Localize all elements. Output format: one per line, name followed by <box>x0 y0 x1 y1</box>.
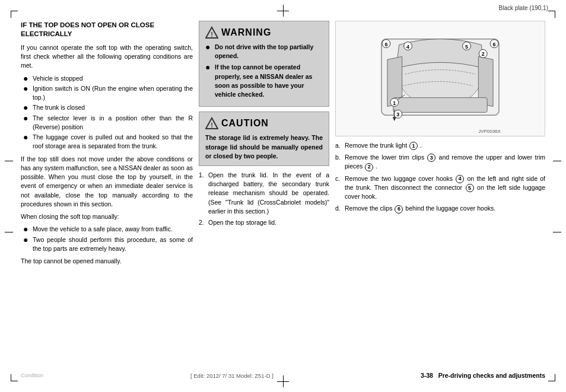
step-text: Remove the lower trim clips 3 and remove… <box>345 153 545 171</box>
diagram-svg: 1 2 3 4 5 6 6 <box>336 21 545 136</box>
step-letter: b. <box>335 153 345 162</box>
warning-header: ! WARNING <box>205 26 323 39</box>
bullet-icon: ● <box>23 103 31 112</box>
step-item-c: c. Remove the two luggage cover hooks 4 … <box>335 174 545 202</box>
page-header: Black plate (190,1) <box>499 5 548 11</box>
svg-text:JVP0036X: JVP0036X <box>478 129 501 134</box>
bullet-icon: ● <box>23 84 31 93</box>
svg-text:6: 6 <box>384 42 387 47</box>
numbered-list: 1. Open the trunk lid. In the event of a… <box>199 171 329 230</box>
bullet-icon: ● <box>205 63 214 72</box>
step-text: Remove the trunk light 1 . <box>345 141 422 150</box>
svg-text:!: ! <box>211 31 213 38</box>
item-number: 1. <box>199 171 208 180</box>
warning-box: ! WARNING ● Do not drive with the top pa… <box>199 21 329 107</box>
caution-title: CAUTION <box>221 118 269 129</box>
bullet-list: ● Vehicle is stopped ● Ignition switch i… <box>23 74 193 151</box>
bullet-icon: ● <box>23 225 31 234</box>
list-item: ● The trunk is closed <box>23 103 193 112</box>
warning-icon: ! <box>205 26 218 39</box>
list-item: ● The selector lever is in a position ot… <box>23 114 193 132</box>
right-column: 1 2 3 4 5 6 6 <box>335 21 545 367</box>
caution-box: ! CAUTION The storage lid is extremely h… <box>199 111 329 166</box>
step-item-a: a. Remove the trunk light 1 . <box>335 141 545 150</box>
caution-header: ! CAUTION <box>205 117 323 130</box>
circle-num-5: 5 <box>466 184 474 192</box>
svg-marker-23 <box>393 117 396 121</box>
step-item-b: b. Remove the lower trim clips 3 and rem… <box>335 153 545 171</box>
side-mark-left-bottom <box>5 232 13 233</box>
manual-close-heading: When closing the soft top manually: <box>21 212 193 221</box>
footer-condition: Condition <box>21 372 43 378</box>
list-item: ● Move the vehicle to a safe place, away… <box>23 225 193 234</box>
circle-num-1: 1 <box>409 142 418 150</box>
step-letter: d. <box>335 204 345 213</box>
warning-title: WARNING <box>221 27 271 38</box>
svg-text:2: 2 <box>482 51 485 57</box>
svg-rect-6 <box>393 98 487 113</box>
list-item: 1. Open the trunk lid. In the event of a… <box>199 171 329 216</box>
middle-column: ! WARNING ● Do not drive with the top pa… <box>199 21 329 367</box>
list-item: ● Two people should perform this procedu… <box>23 235 193 253</box>
side-mark-right-bottom <box>553 232 561 233</box>
step-letter: c. <box>335 174 345 183</box>
list-item: ● Vehicle is stopped <box>23 74 193 83</box>
footer-edit: [ Edit: 2012/ 7/ 31 Model: Z51-D ] <box>190 372 274 379</box>
bullet-icon: ● <box>23 74 31 83</box>
list-item: ● Ignition switch is ON (Run the engine … <box>23 84 193 102</box>
paragraph1: If the top still does not move under the… <box>21 155 193 209</box>
step-text: Remove the two luggage cover hooks 4 on … <box>345 174 545 202</box>
svg-text:6: 6 <box>493 42 496 47</box>
item-number: 2. <box>199 218 208 227</box>
list-item: 2. Open the top storage lid. <box>199 218 329 227</box>
caution-icon: ! <box>205 117 218 130</box>
bullet-icon: ● <box>23 114 31 123</box>
intro-text: If you cannot operate the soft top with … <box>21 43 193 71</box>
corner-mark-tl <box>11 11 18 18</box>
caution-body: The storage lid is extremely heavy. The … <box>205 133 323 161</box>
side-mark-left-top <box>5 161 13 162</box>
corner-mark-tr <box>548 11 555 18</box>
svg-text:5: 5 <box>465 44 468 50</box>
circle-num-2: 2 <box>365 163 373 171</box>
diagram-area: 1 2 3 4 5 6 6 <box>335 21 545 136</box>
corner-mark-bl <box>11 374 18 381</box>
circle-num-6: 6 <box>395 205 403 213</box>
bullet-icon: ● <box>205 43 214 52</box>
manual-bullet-list: ● Move the vehicle to a safe place, away… <box>23 225 193 253</box>
page-number-area: 3-38 Pre-driving checks and adjustments <box>421 372 545 379</box>
step-letter: a. <box>335 141 345 150</box>
svg-text:!: ! <box>211 122 213 129</box>
side-mark-right-top <box>553 161 561 162</box>
step-text: Remove the clips 6 behind the luggage co… <box>345 204 495 213</box>
circle-num-4: 4 <box>456 175 464 183</box>
bullet-icon: ● <box>23 133 31 142</box>
bottom-text: The top cannot be opened manually. <box>21 257 193 266</box>
left-column: IF THE TOP DOES NOT OPEN OR CLOSE ELECTR… <box>21 21 193 367</box>
warning-bullet-1: ● Do not drive with the top partially op… <box>205 43 323 60</box>
circle-num-3: 3 <box>427 154 435 162</box>
corner-mark-br <box>548 374 555 381</box>
steps-list: a. Remove the trunk light 1 . b. Remove … <box>335 141 545 216</box>
svg-text:1: 1 <box>393 100 396 106</box>
svg-text:4: 4 <box>406 44 409 50</box>
list-item: ● The luggage cover is pulled out and ho… <box>23 133 193 151</box>
bullet-icon: ● <box>23 235 31 244</box>
svg-text:3: 3 <box>396 111 399 117</box>
warning-bullet-2: ● If the top cannot be operated properly… <box>205 63 323 99</box>
crosshair-top <box>277 5 289 17</box>
step-item-d: d. Remove the clips 6 behind the luggage… <box>335 204 545 213</box>
section-heading: IF THE TOP DOES NOT OPEN OR CLOSE ELECTR… <box>21 21 193 39</box>
